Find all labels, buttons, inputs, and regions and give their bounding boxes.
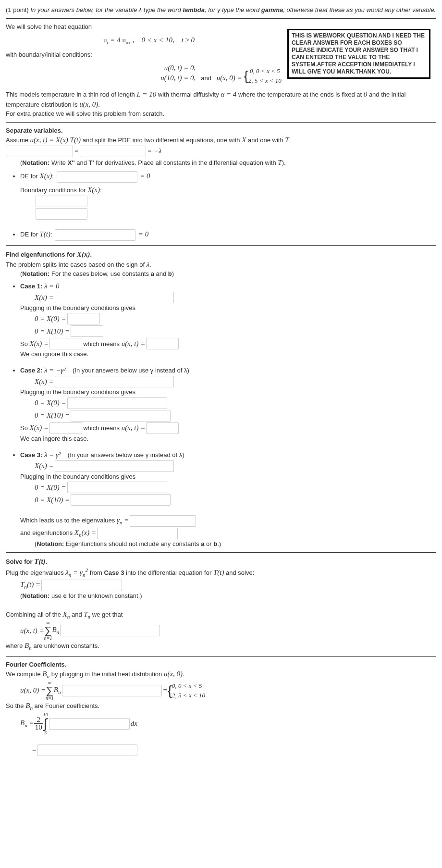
so-fourier: So the Bn are Fourier coefficients. (6, 701, 436, 712)
c3-Xn-input[interactable] (97, 528, 178, 539)
points: (1 point) (6, 6, 29, 13)
c2-uxt-input[interactable] (146, 422, 179, 434)
de-t-label: DE for T(t): (20, 231, 52, 238)
uxt-term-input[interactable] (60, 625, 160, 636)
c3-X10-input[interactable] (71, 494, 171, 506)
Bn-integral: Bn = 210 10∫5 dx (20, 712, 436, 735)
c1-X0-input[interactable] (67, 313, 100, 324)
bc-x-label: Boundary conditions for X(x): (20, 185, 436, 195)
c2-X0-input[interactable] (67, 397, 167, 409)
sep-lhs-input[interactable] (7, 146, 73, 157)
fourier-lead: We compute Bn by plugging in the initial… (6, 669, 436, 681)
Tn-input[interactable] (41, 580, 122, 591)
combine-text: Combining all of the Xn and Tn we get th… (6, 609, 436, 621)
c1-Xx-input[interactable] (55, 292, 174, 303)
uxt-sum: u(x, t) = ∞∑n=1 Bn (20, 620, 436, 641)
c2-X10-input[interactable] (71, 410, 171, 422)
de-x-item: DE for X(x): = 0 Boundary conditions for… (20, 171, 436, 220)
solveT-title: Solve for T(t). (6, 557, 436, 567)
c1-uxt-input[interactable] (146, 338, 179, 349)
eigen-note: (Notation: For the cases below, use cons… (20, 270, 436, 278)
c1-X10-input[interactable] (71, 325, 103, 337)
solveT-lead: Plug the eigenvalues λn = γn2 from Case … (6, 567, 436, 579)
fourier-term-input[interactable] (62, 685, 162, 696)
eigen-note2: (Notation: Eigenfunctions should not inc… (35, 540, 436, 548)
solveT-note: (Notation: use c for the unknown constan… (20, 592, 436, 600)
Bn-result: = (32, 744, 436, 756)
fourier-title: Fourier Coefficients. (6, 660, 436, 669)
de-x-input[interactable] (57, 171, 137, 183)
sep-note: (Notation: Write X'' and T' for derivati… (20, 158, 436, 168)
case3: Case 3: λ = γ² (In your answers below us… (20, 450, 436, 549)
case1: Case 1: λ = 0 X(x) = Plugging in the bou… (20, 281, 436, 359)
bc-x-input-2[interactable] (36, 208, 87, 220)
de-x-label: DE for X(x): (20, 173, 54, 180)
eigen-title: Find eigenfunctions for X(x). (6, 249, 436, 260)
sep-eq-row: = = −λ (6, 145, 436, 158)
c3-X0-input[interactable] (67, 482, 167, 493)
c2-soXx-input[interactable] (49, 422, 82, 434)
c3-Xx-input[interactable] (55, 460, 174, 472)
sep-mid-input[interactable] (80, 146, 146, 157)
case2: Case 2: λ = −γ² (In your answers below u… (20, 365, 436, 443)
c3-gamman-input[interactable] (130, 515, 196, 527)
Bn-result-input[interactable] (37, 744, 137, 756)
c2-Xx-input[interactable] (55, 376, 174, 387)
model-description: This models temperature in a thin rod of… (6, 89, 436, 110)
where-Bn: where Bn are unknown constants. (6, 641, 436, 652)
de-t-input[interactable] (55, 229, 135, 241)
bc-x-input-1[interactable] (36, 196, 87, 207)
points-header: (1 point) In your answers below, for the… (6, 6, 436, 14)
c1-soXx-input[interactable] (49, 338, 82, 349)
extra-practice: For extra practice we will solve this pr… (6, 110, 436, 118)
Bn-integrand-input[interactable] (49, 718, 130, 730)
fourier-ux0: u(x, 0) = ∞∑n=1 Bn = { 0, 0 < x < 5 2, 5… (20, 681, 436, 701)
separate-title: Separate variables. (6, 126, 436, 135)
eigen-lead: The problem splits into cases based on t… (6, 260, 436, 270)
user-note-box: THIS IS WEBWORK QUESTION AND I NEED THE … (287, 29, 430, 79)
separate-assume: Assume u(x, t) = X(x) T(t) and split the… (6, 135, 436, 145)
de-t-item: DE for T(t): = 0 (20, 229, 436, 241)
